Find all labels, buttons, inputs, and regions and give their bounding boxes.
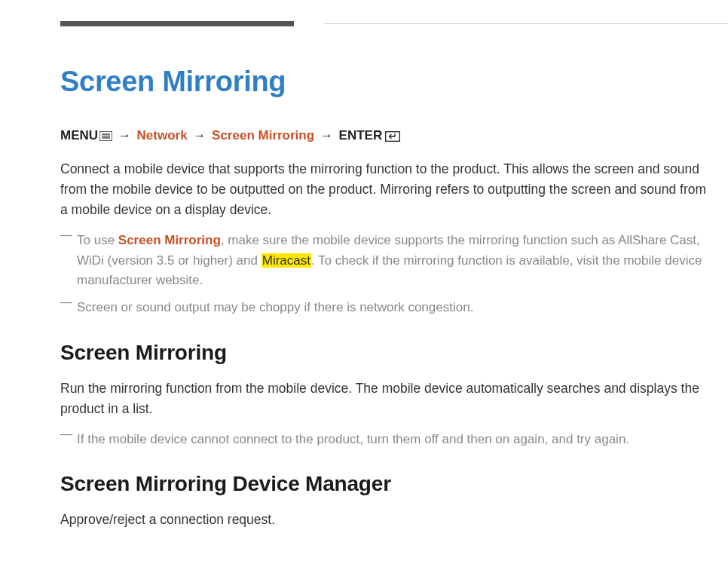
breadcrumb-network: Network	[137, 128, 188, 142]
arrow-icon: →	[193, 128, 206, 142]
top-ruler	[0, 0, 728, 26]
top-bar-dark	[60, 21, 294, 26]
note-link: Screen Mirroring	[118, 233, 221, 247]
breadcrumb: MENU → Network → Screen Mirroring → ENTE…	[60, 128, 708, 146]
breadcrumb-enter: ENTER	[339, 128, 383, 142]
note-item: Screen or sound output may be choppy if …	[60, 298, 708, 317]
enter-icon	[385, 130, 400, 146]
highlight-text: Miracast	[262, 253, 311, 268]
menu-icon	[99, 130, 112, 145]
page-title: Screen Mirroring	[60, 66, 708, 98]
section-paragraph: Approve/reject a connection request.	[60, 510, 708, 530]
note-list-main: To use Screen Mirroring, make sure the m…	[60, 231, 708, 317]
note-item: To use Screen Mirroring, make sure the m…	[60, 231, 708, 290]
note-text-prefix: To use	[77, 233, 118, 247]
note-item: If the mobile device cannot connect to t…	[60, 430, 708, 449]
breadcrumb-screen-mirroring: Screen Mirroring	[212, 128, 314, 142]
document-content: Screen Mirroring MENU → Network → Screen…	[0, 26, 728, 530]
section-heading: Screen Mirroring Device Manager	[60, 472, 708, 496]
section-heading: Screen Mirroring	[60, 341, 708, 365]
note-list-section2: If the mobile device cannot connect to t…	[60, 430, 708, 449]
top-bar-light	[324, 23, 728, 24]
arrow-icon: →	[320, 128, 333, 142]
section-paragraph: Run the mirroring function from the mobi…	[60, 378, 708, 419]
breadcrumb-menu: MENU	[60, 128, 98, 142]
intro-paragraph: Connect a mobile device that supports th…	[60, 159, 708, 220]
arrow-icon: →	[118, 128, 131, 142]
